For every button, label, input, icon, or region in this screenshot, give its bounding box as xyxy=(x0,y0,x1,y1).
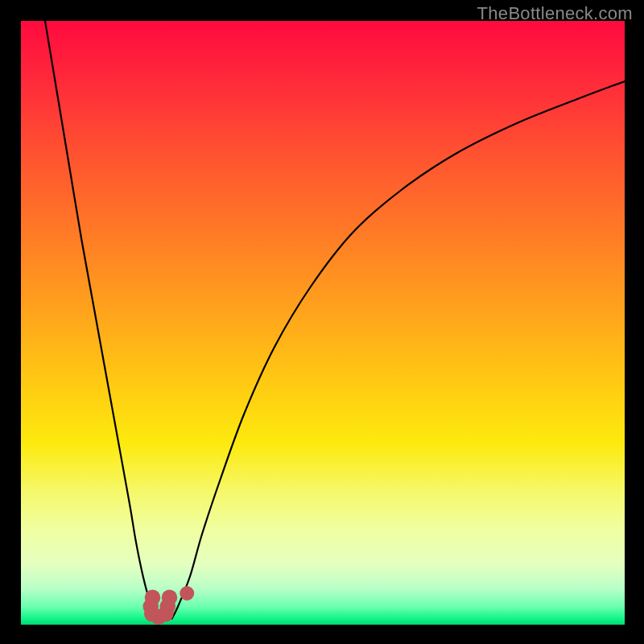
plot-area xyxy=(21,21,625,625)
right-curve xyxy=(172,81,625,619)
left-curve xyxy=(45,21,160,619)
chart-frame: TheBottleneck.com xyxy=(0,0,644,644)
watermark-text: TheBottleneck.com xyxy=(477,3,633,24)
valley-right-top xyxy=(162,590,178,605)
curves-layer xyxy=(21,21,625,625)
isolated-dot xyxy=(180,586,194,601)
